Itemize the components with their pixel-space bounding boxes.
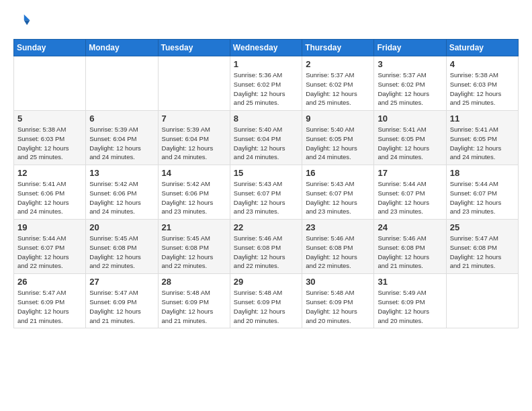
weekday-header: Wednesday (230, 40, 302, 56)
day-info: Sunrise: 5:45 AM Sunset: 6:08 PM Dayligh… (162, 234, 226, 271)
day-number: 27 (89, 277, 154, 287)
calendar-cell: 22Sunrise: 5:46 AM Sunset: 6:08 PM Dayli… (230, 220, 302, 274)
calendar-cell: 6Sunrise: 5:39 AM Sunset: 6:04 PM Daylig… (86, 111, 158, 165)
page: SundayMondayTuesdayWednesdayThursdayFrid… (0, 0, 532, 340)
day-number: 15 (234, 168, 298, 178)
day-info: Sunrise: 5:40 AM Sunset: 6:04 PM Dayligh… (234, 125, 298, 162)
day-info: Sunrise: 5:47 AM Sunset: 6:09 PM Dayligh… (89, 288, 154, 325)
day-number: 28 (162, 277, 226, 287)
day-number: 14 (162, 168, 226, 178)
day-number: 2 (306, 59, 370, 69)
calendar-cell (86, 56, 158, 111)
calendar-cell: 30Sunrise: 5:48 AM Sunset: 6:09 PM Dayli… (302, 274, 374, 328)
day-info: Sunrise: 5:47 AM Sunset: 6:08 PM Dayligh… (450, 234, 515, 271)
day-number: 26 (17, 277, 82, 287)
day-number: 13 (89, 168, 154, 178)
weekday-header: Monday (86, 40, 158, 56)
day-number: 5 (17, 113, 82, 124)
calendar-cell: 13Sunrise: 5:42 AM Sunset: 6:06 PM Dayli… (86, 165, 158, 220)
calendar-week-row: 1Sunrise: 5:36 AM Sunset: 6:02 PM Daylig… (14, 56, 519, 111)
day-number: 19 (17, 222, 82, 232)
calendar-cell: 8Sunrise: 5:40 AM Sunset: 6:04 PM Daylig… (230, 111, 302, 165)
calendar-cell: 21Sunrise: 5:45 AM Sunset: 6:08 PM Dayli… (158, 220, 230, 274)
weekday-header: Friday (374, 40, 446, 56)
calendar-cell: 20Sunrise: 5:45 AM Sunset: 6:08 PM Dayli… (86, 220, 158, 274)
weekday-header: Tuesday (158, 40, 230, 56)
calendar-cell: 2Sunrise: 5:37 AM Sunset: 6:02 PM Daylig… (302, 56, 374, 111)
day-info: Sunrise: 5:41 AM Sunset: 6:06 PM Dayligh… (17, 179, 82, 216)
calendar-week-row: 12Sunrise: 5:41 AM Sunset: 6:06 PM Dayli… (14, 165, 519, 220)
day-info: Sunrise: 5:37 AM Sunset: 6:02 PM Dayligh… (378, 71, 442, 107)
day-number: 25 (450, 222, 515, 232)
day-info: Sunrise: 5:46 AM Sunset: 6:08 PM Dayligh… (378, 234, 442, 271)
day-info: Sunrise: 5:49 AM Sunset: 6:09 PM Dayligh… (378, 288, 442, 325)
day-info: Sunrise: 5:41 AM Sunset: 6:05 PM Dayligh… (378, 125, 442, 162)
svg-marker-1 (24, 20, 30, 25)
day-number: 29 (234, 277, 298, 287)
day-number: 4 (450, 59, 515, 69)
header (13, 12, 519, 31)
day-number: 30 (306, 277, 370, 287)
day-number: 16 (306, 168, 370, 178)
day-info: Sunrise: 5:44 AM Sunset: 6:07 PM Dayligh… (378, 179, 442, 216)
calendar-cell: 14Sunrise: 5:42 AM Sunset: 6:06 PM Dayli… (158, 165, 230, 220)
day-info: Sunrise: 5:48 AM Sunset: 6:09 PM Dayligh… (306, 288, 370, 325)
day-number: 18 (450, 168, 515, 178)
calendar-cell: 29Sunrise: 5:48 AM Sunset: 6:09 PM Dayli… (230, 274, 302, 328)
logo-icon (13, 12, 32, 31)
svg-marker-0 (24, 15, 30, 21)
day-info: Sunrise: 5:46 AM Sunset: 6:08 PM Dayligh… (306, 234, 370, 271)
calendar-table: SundayMondayTuesdayWednesdayThursdayFrid… (13, 39, 519, 328)
calendar-cell: 31Sunrise: 5:49 AM Sunset: 6:09 PM Dayli… (374, 274, 446, 328)
calendar-cell: 25Sunrise: 5:47 AM Sunset: 6:08 PM Dayli… (446, 220, 518, 274)
day-info: Sunrise: 5:36 AM Sunset: 6:02 PM Dayligh… (234, 71, 298, 107)
calendar-cell: 1Sunrise: 5:36 AM Sunset: 6:02 PM Daylig… (230, 56, 302, 111)
day-info: Sunrise: 5:46 AM Sunset: 6:08 PM Dayligh… (234, 234, 298, 271)
calendar-cell: 15Sunrise: 5:43 AM Sunset: 6:07 PM Dayli… (230, 165, 302, 220)
day-info: Sunrise: 5:45 AM Sunset: 6:08 PM Dayligh… (89, 234, 154, 271)
calendar-cell: 27Sunrise: 5:47 AM Sunset: 6:09 PM Dayli… (86, 274, 158, 328)
day-number: 1 (234, 59, 298, 69)
calendar-week-row: 26Sunrise: 5:47 AM Sunset: 6:09 PM Dayli… (14, 274, 519, 328)
day-number: 17 (378, 168, 442, 178)
day-number: 11 (450, 113, 515, 124)
calendar-cell: 16Sunrise: 5:43 AM Sunset: 6:07 PM Dayli… (302, 165, 374, 220)
day-info: Sunrise: 5:42 AM Sunset: 6:06 PM Dayligh… (89, 179, 154, 216)
calendar-cell: 7Sunrise: 5:39 AM Sunset: 6:04 PM Daylig… (158, 111, 230, 165)
weekday-header: Thursday (302, 40, 374, 56)
calendar-cell (158, 56, 230, 111)
day-number: 24 (378, 222, 442, 232)
day-info: Sunrise: 5:44 AM Sunset: 6:07 PM Dayligh… (450, 179, 515, 216)
day-info: Sunrise: 5:40 AM Sunset: 6:05 PM Dayligh… (306, 125, 370, 162)
day-number: 23 (306, 222, 370, 232)
day-info: Sunrise: 5:38 AM Sunset: 6:03 PM Dayligh… (450, 71, 515, 107)
calendar-cell: 11Sunrise: 5:41 AM Sunset: 6:05 PM Dayli… (446, 111, 518, 165)
day-number: 7 (162, 113, 226, 124)
calendar-week-row: 5Sunrise: 5:38 AM Sunset: 6:03 PM Daylig… (14, 111, 519, 165)
day-number: 9 (306, 113, 370, 124)
day-info: Sunrise: 5:39 AM Sunset: 6:04 PM Dayligh… (162, 125, 226, 162)
calendar-cell: 26Sunrise: 5:47 AM Sunset: 6:09 PM Dayli… (14, 274, 86, 328)
calendar-cell: 17Sunrise: 5:44 AM Sunset: 6:07 PM Dayli… (374, 165, 446, 220)
day-number: 6 (89, 113, 154, 124)
day-number: 12 (17, 168, 82, 178)
day-info: Sunrise: 5:48 AM Sunset: 6:09 PM Dayligh… (162, 288, 226, 325)
day-number: 31 (378, 277, 442, 287)
day-number: 22 (234, 222, 298, 232)
calendar-cell: 12Sunrise: 5:41 AM Sunset: 6:06 PM Dayli… (14, 165, 86, 220)
day-info: Sunrise: 5:43 AM Sunset: 6:07 PM Dayligh… (234, 179, 298, 216)
calendar-cell (14, 56, 86, 111)
calendar-cell: 19Sunrise: 5:44 AM Sunset: 6:07 PM Dayli… (14, 220, 86, 274)
logo (13, 12, 35, 31)
day-info: Sunrise: 5:37 AM Sunset: 6:02 PM Dayligh… (306, 71, 370, 107)
day-info: Sunrise: 5:41 AM Sunset: 6:05 PM Dayligh… (450, 125, 515, 162)
weekday-header: Sunday (14, 40, 86, 56)
day-number: 20 (89, 222, 154, 232)
calendar-cell: 5Sunrise: 5:38 AM Sunset: 6:03 PM Daylig… (14, 111, 86, 165)
calendar-week-row: 19Sunrise: 5:44 AM Sunset: 6:07 PM Dayli… (14, 220, 519, 274)
day-info: Sunrise: 5:48 AM Sunset: 6:09 PM Dayligh… (234, 288, 298, 325)
day-number: 8 (234, 113, 298, 124)
day-info: Sunrise: 5:38 AM Sunset: 6:03 PM Dayligh… (17, 125, 82, 162)
calendar-cell: 23Sunrise: 5:46 AM Sunset: 6:08 PM Dayli… (302, 220, 374, 274)
calendar-cell: 24Sunrise: 5:46 AM Sunset: 6:08 PM Dayli… (374, 220, 446, 274)
